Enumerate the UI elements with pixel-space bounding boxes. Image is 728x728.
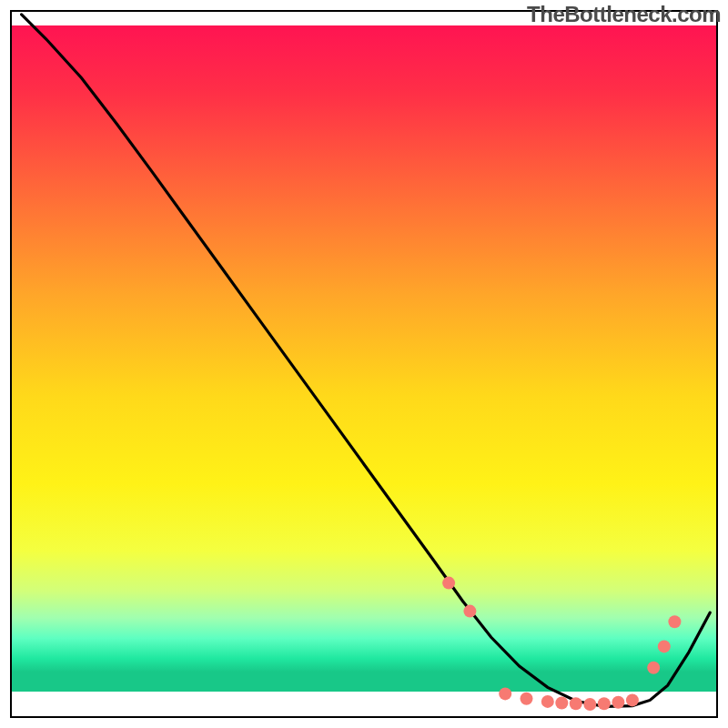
marker-dot <box>612 696 624 709</box>
marker-dot <box>463 605 476 618</box>
marker-dot <box>647 662 660 674</box>
marker-dot <box>668 615 681 628</box>
marker-dot <box>583 698 596 711</box>
white-bottom-strip <box>11 692 717 717</box>
watermark-text: TheBottleneck.com <box>527 2 721 27</box>
marker-dot <box>521 693 533 705</box>
chart-root: TheBottleneck.com <box>0 0 728 728</box>
marker-dot <box>541 695 554 708</box>
gradient-background <box>11 25 717 699</box>
marker-dot <box>555 697 568 710</box>
bottleneck-chart <box>0 0 728 728</box>
marker-dot <box>598 697 611 710</box>
marker-dot <box>626 693 639 706</box>
marker-dot <box>499 687 511 700</box>
marker-dot <box>658 640 671 652</box>
marker-dot <box>570 697 582 710</box>
marker-dot <box>442 577 455 590</box>
